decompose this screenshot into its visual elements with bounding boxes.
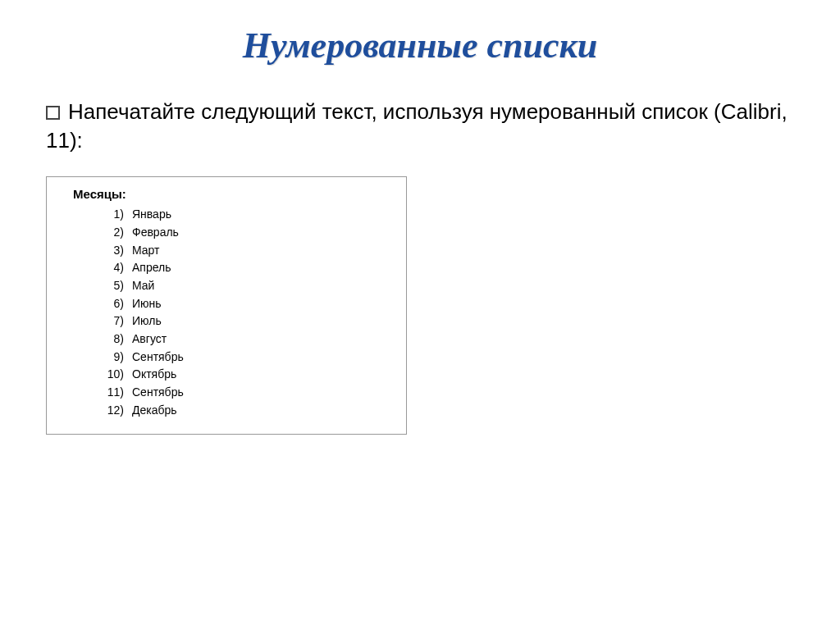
item-number: 2) xyxy=(103,224,124,242)
months-list: 1) Январь 2) Февраль 3) Март 4) Апрель 5… xyxy=(62,206,391,419)
item-number: 9) xyxy=(103,349,124,367)
list-item: 5) Май xyxy=(103,277,391,295)
item-number: 7) xyxy=(103,312,124,330)
instruction-text: Напечатайте следующий текст, используя н… xyxy=(41,98,799,155)
item-label: Июль xyxy=(132,312,162,330)
item-label: Декабрь xyxy=(132,402,177,420)
item-label: Октябрь xyxy=(132,366,176,384)
list-item: 10) Октябрь xyxy=(103,366,391,384)
item-label: Февраль xyxy=(132,224,179,242)
item-label: Август xyxy=(132,330,167,349)
item-label: Март xyxy=(132,242,160,260)
list-item: 1) Январь xyxy=(103,206,391,224)
list-item: 9) Сентябрь xyxy=(103,349,391,367)
instruction-body: Напечатайте следующий текст, используя н… xyxy=(46,99,788,153)
list-item: 8) Август xyxy=(103,330,391,349)
list-item: 4) Апрель xyxy=(103,259,391,277)
item-number: 11) xyxy=(103,384,124,402)
item-number: 8) xyxy=(103,330,124,349)
example-box: Месяцы: 1) Январь 2) Февраль 3) Март 4) … xyxy=(46,176,407,435)
item-label: Июнь xyxy=(132,295,162,313)
list-item: 11) Сентябрь xyxy=(103,384,391,402)
item-label: Май xyxy=(132,277,154,295)
item-number: 3) xyxy=(103,242,124,260)
item-number: 4) xyxy=(103,259,124,277)
item-number: 10) xyxy=(103,366,124,384)
box-heading: Месяцы: xyxy=(73,187,391,201)
list-item: 3) Март xyxy=(103,242,391,260)
page-title: Нумерованные списки xyxy=(41,25,799,66)
item-number: 5) xyxy=(103,277,124,295)
list-item: 7) Июль xyxy=(103,312,391,330)
item-label: Сентябрь xyxy=(132,349,184,367)
item-label: Апрель xyxy=(132,259,171,277)
list-item: 2) Февраль xyxy=(103,224,391,242)
list-item: 12) Декабрь xyxy=(103,402,391,420)
item-number: 12) xyxy=(103,402,124,420)
square-bullet-icon xyxy=(46,106,60,120)
list-item: 6) Июнь xyxy=(103,295,391,313)
item-label: Сентябрь xyxy=(132,384,184,402)
item-number: 6) xyxy=(103,295,124,313)
item-number: 1) xyxy=(103,206,124,224)
item-label: Январь xyxy=(132,206,171,224)
